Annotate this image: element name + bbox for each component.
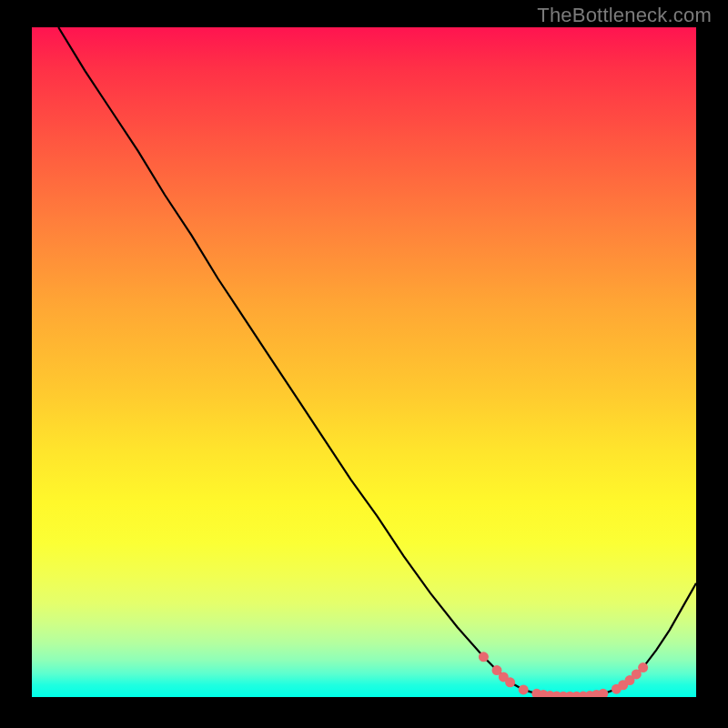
data-dot	[598, 689, 608, 697]
data-dot	[519, 684, 529, 694]
data-dot	[479, 652, 489, 662]
data-dots	[479, 652, 648, 697]
watermark: TheBottleneck.com	[537, 4, 712, 27]
data-dot	[638, 662, 648, 672]
chart-wrap: TheBottleneck.com	[0, 0, 728, 728]
curve-svg	[32, 27, 696, 697]
curve-line	[58, 27, 696, 696]
plot-area	[32, 27, 696, 697]
data-dot	[505, 677, 515, 687]
